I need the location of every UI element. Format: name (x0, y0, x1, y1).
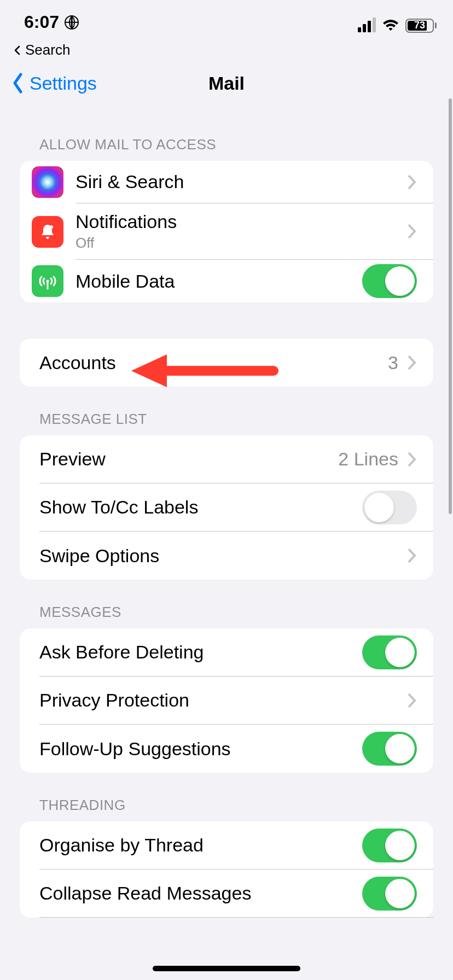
breadcrumb-back[interactable]: Search (0, 42, 453, 59)
scroll-indicator[interactable] (449, 98, 452, 514)
row-label: Ask Before Deleting (39, 641, 204, 663)
toggle-show-tocc[interactable] (362, 491, 417, 524)
card-accounts: Accounts 3 (20, 339, 433, 387)
chevron-right-icon (407, 354, 417, 371)
svg-point-0 (50, 225, 53, 229)
section-header-access: Allow Mail to Access (20, 108, 433, 161)
row-label: Preview (39, 448, 106, 470)
row-mobile-data[interactable]: Mobile Data (20, 260, 433, 302)
row-subtitle: Off (76, 235, 177, 252)
nav-bar: Settings Mail (0, 59, 453, 108)
row-preview[interactable]: Preview 2 Lines (20, 435, 433, 483)
row-notifications[interactable]: Notifications Off (20, 203, 433, 260)
wifi-icon (381, 15, 400, 36)
row-label: Organise by Thread (39, 835, 204, 856)
row-follow-up[interactable]: Follow‑Up Suggestions (20, 725, 433, 773)
siri-icon (32, 166, 63, 198)
antenna-icon (32, 265, 63, 297)
section-header-threading: Threading (20, 773, 433, 821)
chevron-right-icon (407, 547, 417, 564)
row-label: Follow‑Up Suggestions (39, 738, 231, 760)
row-label: Siri & Search (76, 171, 184, 192)
row-swipe-options[interactable]: Swipe Options (20, 532, 433, 580)
row-siri-search[interactable]: Siri & Search (20, 161, 433, 203)
row-label: Privacy Protection (39, 690, 189, 711)
row-organise-by-thread[interactable]: Organise by Thread (20, 821, 433, 870)
chevron-right-icon (407, 174, 417, 190)
row-label: Mobile Data (76, 271, 175, 292)
card-threading: Organise by Thread Collapse Read Message… (20, 821, 433, 918)
card-message-list: Preview 2 Lines Show To/Cc Labels Swipe … (20, 435, 433, 580)
row-label: Accounts (39, 352, 116, 374)
toggle-ask-delete[interactable] (362, 635, 417, 669)
toggle-collapse-read[interactable] (362, 877, 417, 911)
preview-value: 2 Lines (338, 448, 398, 470)
chevron-right-icon (407, 692, 417, 709)
row-label: Notifications (76, 211, 177, 232)
chevron-right-icon (407, 223, 417, 240)
toggle-organise-thread[interactable] (362, 829, 417, 862)
status-time: 6:07 (24, 12, 59, 32)
breadcrumb-label: Search (25, 42, 70, 59)
cellular-icon (358, 19, 376, 32)
row-label: Show To/Cc Labels (39, 497, 198, 518)
row-privacy-protection[interactable]: Privacy Protection (20, 676, 433, 725)
section-header-messages: Messages (20, 580, 433, 628)
bell-icon (32, 216, 63, 248)
row-ask-before-deleting[interactable]: Ask Before Deleting (20, 628, 433, 676)
card-access: Siri & Search Notifications Off Mobile D… (20, 161, 433, 302)
toggle-follow-up[interactable] (362, 732, 417, 766)
home-indicator[interactable] (153, 966, 300, 971)
row-show-tocc[interactable]: Show To/Cc Labels (20, 483, 433, 532)
accounts-count: 3 (388, 352, 398, 374)
chevron-right-icon (407, 451, 417, 468)
row-collapse-read[interactable]: Collapse Read Messages (20, 870, 433, 918)
toggle-mobile-data[interactable] (362, 264, 417, 298)
row-label: Collapse Read Messages (39, 883, 251, 904)
battery-icon: 73 (405, 19, 437, 33)
globe-icon (65, 15, 79, 30)
section-header-message-list: Message List (20, 387, 433, 435)
page-title: Mail (0, 73, 453, 94)
card-messages: Ask Before Deleting Privacy Protection F… (20, 628, 433, 773)
row-accounts[interactable]: Accounts 3 (20, 339, 433, 387)
status-bar: 6:07 73 (0, 0, 453, 42)
row-label: Swipe Options (39, 545, 159, 567)
battery-level: 73 (414, 20, 425, 31)
